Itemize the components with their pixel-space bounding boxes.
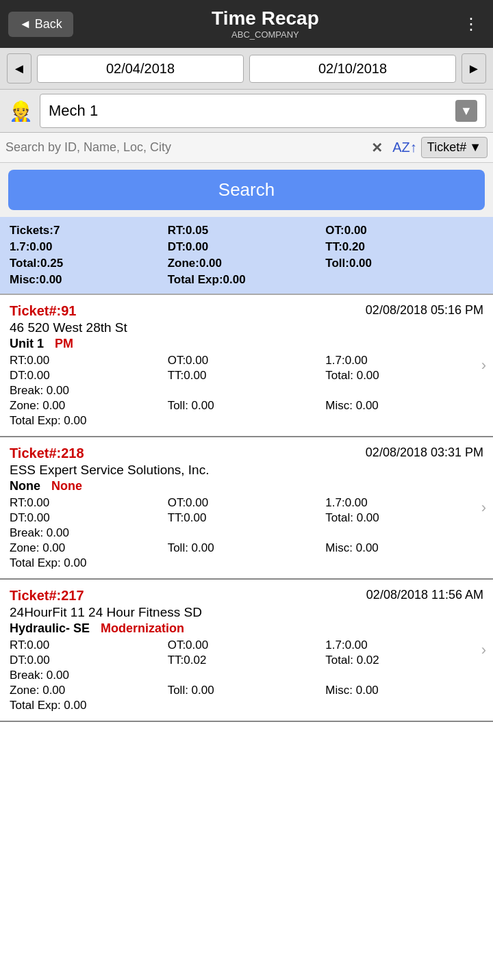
ticket-card[interactable]: Ticket#:91 02/08/2018 05:16 PM 46 520 We… xyxy=(0,295,493,437)
chevron-right-icon: › xyxy=(481,499,486,517)
chevron-right-icon: › xyxy=(481,641,486,659)
ticket-address: 24HourFit 11 24 Hour Fitness SD xyxy=(10,605,483,620)
summary-grid: Tickets:7 RT:0.05 OT:0.00 1.7:0.00 DT:0.… xyxy=(10,224,483,287)
company-name: ABC_COMPANY xyxy=(73,29,457,40)
app-header: ◄ Back Time Recap ABC_COMPANY ⋮ xyxy=(0,0,493,48)
ticket-dt: DT:0.00 xyxy=(10,369,168,383)
start-date-field[interactable]: 02/04/2018 xyxy=(37,55,244,83)
ticket-total: Total: 0.00 xyxy=(325,369,483,383)
ticket-unit-row: Hydraulic- SE Modernization xyxy=(10,621,483,636)
ticket-rt: RT:0.00 xyxy=(10,496,168,510)
ticket-data-grid: RT:0.00 OT:0.00 1.7:0.00 DT:0.00 TT:0.00… xyxy=(10,354,483,383)
ticket-date: 02/08/2018 03:31 PM xyxy=(366,446,483,460)
ticket-misc: Misc: 0.00 xyxy=(325,684,483,697)
ticket-rt: RT:0.00 xyxy=(10,354,168,368)
ticket-number: Ticket#:217 xyxy=(10,588,84,604)
ticket-unit: None xyxy=(10,479,40,493)
ticket-misc: Misc: 0.00 xyxy=(325,541,483,555)
ticket-zone: Zone: 0.00 xyxy=(10,541,168,555)
ticket-toll: Toll: 0.00 xyxy=(168,541,326,555)
app-title: Time Recap xyxy=(73,8,457,29)
ticket-type: PM xyxy=(55,337,73,351)
summary-misc: Misc:0.00 xyxy=(10,273,168,287)
back-button[interactable]: ◄ Back xyxy=(8,12,73,37)
ticket-address: 46 520 West 28th St xyxy=(10,320,483,335)
ticket-rt: RT:0.00 xyxy=(10,639,168,652)
chevron-right-icon: › xyxy=(481,357,486,374)
search-input[interactable] xyxy=(5,140,362,155)
ticket-zone-row: Zone: 0.00 Toll: 0.00 Misc: 0.00 xyxy=(10,399,483,413)
sort-az-icon: AZ↑ xyxy=(392,140,417,155)
mechanic-icon: 👷 xyxy=(7,97,34,125)
date-range-row: ◄ 02/04/2018 02/10/2018 ► xyxy=(0,48,493,90)
ticket-unit: Unit 1 xyxy=(10,337,44,351)
ticket-tt: TT:0.02 xyxy=(168,654,326,667)
ticket-address: ESS Expert Service Solutions, Inc. xyxy=(10,463,483,478)
ticket-tt: TT:0.00 xyxy=(168,369,326,383)
ticket-17: 1.7:0.00 xyxy=(325,496,483,510)
mechanic-dropdown[interactable]: Mech 1 ▼ xyxy=(40,94,486,128)
ticket-sort-arrow: ▼ xyxy=(469,140,481,155)
ticket-sort-label: Ticket# xyxy=(427,140,466,155)
ticket-total: Total: 0.00 xyxy=(325,511,483,525)
end-date-field[interactable]: 02/10/2018 xyxy=(249,55,456,83)
ticket-dt: DT:0.00 xyxy=(10,511,168,525)
ticket-unit-row: None None xyxy=(10,479,483,493)
mechanic-name: Mech 1 xyxy=(49,102,98,120)
search-bar-row: ✕ AZ↑ Ticket# ▼ xyxy=(0,133,493,163)
ticket-zone: Zone: 0.00 xyxy=(10,684,168,697)
ticket-17: 1.7:0.00 xyxy=(325,639,483,652)
ticket-date: 02/08/2018 05:16 PM xyxy=(366,303,483,318)
tickets-list: Ticket#:91 02/08/2018 05:16 PM 46 520 We… xyxy=(0,295,493,722)
ticket-total-exp: Total Exp: 0.00 xyxy=(10,556,483,570)
ticket-tt: TT:0.00 xyxy=(168,511,326,525)
sort-button[interactable]: AZ↑ xyxy=(392,140,417,155)
ticket-break: Break: 0.00 xyxy=(10,384,483,398)
ticket-type: None xyxy=(51,479,82,493)
mechanic-dropdown-arrow: ▼ xyxy=(455,100,477,122)
next-date-button[interactable]: ► xyxy=(462,53,486,83)
summary-tickets: Tickets:7 xyxy=(10,224,168,237)
summary-seventeen: 1.7:0.00 xyxy=(10,240,168,254)
ticket-card[interactable]: Ticket#:218 02/08/2018 03:31 PM ESS Expe… xyxy=(0,437,493,580)
ticket-17: 1.7:0.00 xyxy=(325,354,483,368)
ticket-data-grid: RT:0.00 OT:0.00 1.7:0.00 DT:0.00 TT:0.00… xyxy=(10,496,483,525)
ticket-unit-row: Unit 1 PM xyxy=(10,337,483,351)
search-button-row: Search xyxy=(0,163,493,217)
ticket-toll: Toll: 0.00 xyxy=(168,684,326,697)
ticket-type: Modernization xyxy=(101,621,184,636)
summary-total: Total:0.25 xyxy=(10,257,168,270)
search-button[interactable]: Search xyxy=(8,170,485,210)
ticket-header-row: Ticket#:218 02/08/2018 03:31 PM xyxy=(10,446,483,461)
ticket-zone-row: Zone: 0.00 Toll: 0.00 Misc: 0.00 xyxy=(10,684,483,697)
menu-button[interactable]: ⋮ xyxy=(457,12,485,36)
ticket-ot: OT:0.00 xyxy=(168,639,326,652)
ticket-toll: Toll: 0.00 xyxy=(168,399,326,413)
clear-search-button[interactable]: ✕ xyxy=(366,138,388,157)
ticket-unit: Hydraulic- SE xyxy=(10,621,90,636)
ticket-date: 02/08/2018 11:56 AM xyxy=(366,588,483,602)
ticket-card[interactable]: Ticket#:217 02/08/2018 11:56 AM 24HourFi… xyxy=(0,580,493,722)
ticket-total-exp: Total Exp: 0.00 xyxy=(10,414,483,428)
mechanic-row: 👷 Mech 1 ▼ xyxy=(0,90,493,133)
summary-zone: Zone:0.00 xyxy=(168,257,326,270)
ticket-header-row: Ticket#:91 02/08/2018 05:16 PM xyxy=(10,303,483,319)
ticket-number: Ticket#:91 xyxy=(10,303,76,319)
summary-rt: RT:0.05 xyxy=(168,224,326,237)
ticket-break: Break: 0.00 xyxy=(10,669,483,682)
summary-tt: TT:0.20 xyxy=(325,240,483,254)
ticket-zone-row: Zone: 0.00 Toll: 0.00 Misc: 0.00 xyxy=(10,541,483,555)
summary-ot: OT:0.00 xyxy=(325,224,483,237)
ticket-total-exp: Total Exp: 0.00 xyxy=(10,699,483,712)
ticket-number: Ticket#:218 xyxy=(10,446,84,461)
summary-row: Tickets:7 RT:0.05 OT:0.00 1.7:0.00 DT:0.… xyxy=(0,217,493,295)
header-center: Time Recap ABC_COMPANY xyxy=(73,8,457,40)
ticket-sort-dropdown[interactable]: Ticket# ▼ xyxy=(421,137,488,158)
ticket-zone: Zone: 0.00 xyxy=(10,399,168,413)
ticket-data-grid: RT:0.00 OT:0.00 1.7:0.00 DT:0.00 TT:0.02… xyxy=(10,639,483,667)
ticket-header-row: Ticket#:217 02/08/2018 11:56 AM xyxy=(10,588,483,604)
ticket-break: Break: 0.00 xyxy=(10,526,483,540)
ticket-ot: OT:0.00 xyxy=(168,496,326,510)
ticket-dt: DT:0.00 xyxy=(10,654,168,667)
prev-date-button[interactable]: ◄ xyxy=(7,53,31,83)
